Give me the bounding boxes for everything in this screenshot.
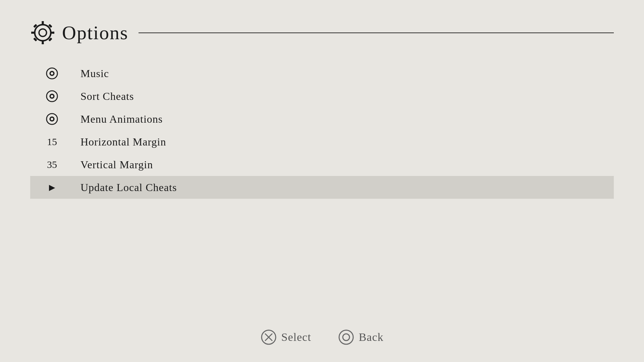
page-container: Options Music So: [0, 0, 644, 362]
menu-item-menu-animations[interactable]: Menu Animations: [30, 108, 614, 130]
back-label: Back: [359, 331, 384, 344]
menu-item-vertical-margin[interactable]: 35 Vertical Margin: [30, 153, 614, 176]
svg-point-23: [343, 334, 350, 341]
x-circle-icon: [261, 329, 277, 345]
value-horizontal-margin: 15: [44, 136, 60, 147]
svg-rect-3: [42, 41, 44, 45]
header: Options: [30, 20, 614, 45]
svg-rect-2: [42, 21, 44, 25]
back-button[interactable]: Back: [338, 329, 384, 345]
svg-rect-5: [51, 32, 55, 34]
page-title: Options: [62, 21, 128, 44]
svg-rect-4: [31, 32, 35, 34]
o-circle-icon: [338, 329, 354, 345]
radio-icon-music: [44, 67, 60, 80]
header-divider: [139, 33, 614, 33]
menu-label-horizontal-margin: Horizontal Margin: [80, 136, 166, 148]
menu-item-horizontal-margin[interactable]: 15 Horizontal Margin: [30, 130, 614, 153]
svg-point-18: [51, 118, 53, 120]
radio-icon-sort-cheats: [44, 90, 60, 103]
play-icon-update-cheats: ▶: [44, 183, 60, 192]
svg-point-1: [39, 29, 47, 37]
footer: Select Back: [0, 329, 644, 345]
radio-icon-menu-animations: [44, 113, 60, 125]
menu-label-music: Music: [80, 67, 109, 80]
menu-item-update-local-cheats[interactable]: ▶ Update Local Cheats: [30, 176, 614, 199]
value-vertical-margin: 35: [44, 159, 60, 170]
menu-label-update-local-cheats: Update Local Cheats: [80, 181, 177, 194]
menu-label-menu-animations: Menu Animations: [80, 113, 163, 125]
menu-label-sort-cheats: Sort Cheats: [80, 90, 134, 103]
select-label: Select: [281, 331, 311, 344]
menu-item-sort-cheats[interactable]: Sort Cheats: [30, 85, 614, 108]
menu-item-music[interactable]: Music: [30, 62, 614, 85]
menu-list: Music Sort Cheats Menu Ani: [30, 62, 614, 199]
svg-point-15: [51, 95, 53, 98]
menu-label-vertical-margin: Vertical Margin: [80, 159, 153, 171]
svg-point-12: [51, 72, 53, 75]
svg-point-22: [339, 330, 353, 344]
gear-icon: [30, 20, 55, 45]
svg-point-0: [35, 25, 51, 41]
select-button[interactable]: Select: [261, 329, 311, 345]
